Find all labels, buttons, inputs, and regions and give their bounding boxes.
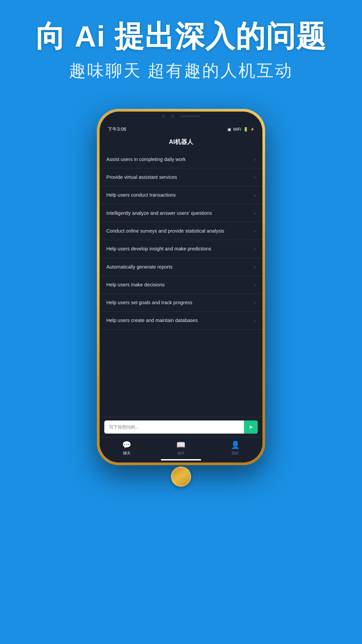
menu-item-text-7: Automatically generate reports — [106, 264, 254, 270]
input-area: ➤ — [100, 417, 262, 437]
tab-bar: 💬 聊天 📖 创作 👤 我的 — [100, 437, 262, 462]
menu-item-text-1: Assist users in completing daily work — [106, 156, 254, 163]
signal-icon: ▣ — [227, 127, 231, 132]
camera-dot-2 — [171, 115, 174, 118]
menu-item-text-6: Help users develop insight and make pred… — [106, 245, 254, 252]
phone-wrapper: 下午3:06 ▣ WiFi 🔋 ⚡ AI机器人 Assist users in … — [0, 109, 362, 465]
app-title-bar: AI机器人 — [100, 135, 262, 151]
chevron-icon-10: › — [254, 318, 256, 323]
charging-icon: ⚡ — [250, 127, 254, 131]
camera-dot — [161, 115, 165, 118]
menu-item-2[interactable]: Provide virtual assistant services › — [100, 168, 262, 186]
menu-item-1[interactable]: Assist users in completing daily work › — [100, 151, 262, 168]
hero-subtitle: 趣味聊天 超有趣的人机互动 — [13, 59, 349, 82]
chevron-icon-3: › — [254, 193, 256, 198]
status-bar: 下午3:06 ▣ WiFi 🔋 ⚡ — [100, 121, 262, 135]
chat-input[interactable] — [104, 421, 244, 433]
menu-item-10[interactable]: Help users create and maintain databases… — [100, 312, 262, 329]
menu-item-3[interactable]: Help users conduct transactions › — [100, 186, 262, 204]
chevron-icon-1: › — [254, 157, 256, 162]
hero-title: 向 Ai 提出深入的问题 — [13, 20, 349, 53]
chevron-icon-2: › — [254, 174, 256, 180]
tab-indicator — [161, 459, 201, 460]
chevron-icon-7: › — [254, 264, 256, 270]
status-icons: ▣ WiFi 🔋 ⚡ — [227, 127, 254, 132]
menu-item-6[interactable]: Help users develop insight and make pred… — [100, 240, 262, 258]
hero-section: 向 Ai 提出深入的问题 趣味聊天 超有趣的人机互动 — [0, 0, 362, 92]
menu-item-text-5: Conduct online surveys and provide stati… — [106, 228, 254, 234]
chevron-icon-4: › — [254, 210, 256, 216]
tab-mine[interactable]: 👤 我的 — [208, 441, 262, 456]
chevron-icon-9: › — [254, 300, 256, 305]
home-button[interactable] — [171, 467, 191, 487]
send-button[interactable]: ➤ — [244, 420, 258, 434]
chevron-icon-8: › — [254, 282, 256, 287]
phone-notch — [154, 112, 208, 121]
phone-device: 下午3:06 ▣ WiFi 🔋 ⚡ AI机器人 Assist users in … — [97, 109, 265, 465]
app-title: AI机器人 — [169, 138, 193, 145]
menu-item-text-8: Help users make decisions — [106, 281, 254, 288]
menu-item-text-9: Help users set goals and track progress — [106, 299, 254, 306]
menu-item-5[interactable]: Conduct online surveys and provide stati… — [100, 222, 262, 240]
menu-item-4[interactable]: Intelligently analyze and answer users' … — [100, 204, 262, 222]
tab-icon-1: 📖 — [176, 441, 185, 449]
speaker-bar — [180, 115, 201, 117]
battery-icon: 🔋 — [243, 127, 248, 132]
tab-label-2: 我的 — [231, 451, 239, 456]
send-icon: ➤ — [249, 424, 253, 430]
tab-chat[interactable]: 💬 聊天 — [100, 441, 154, 456]
menu-list: Assist users in completing daily work › … — [100, 151, 262, 417]
tab-icon-2: 👤 — [231, 441, 240, 449]
menu-item-text-2: Provide virtual assistant services — [106, 174, 254, 180]
menu-item-7[interactable]: Automatically generate reports › — [100, 258, 262, 276]
menu-item-text-4: Intelligently analyze and answer users' … — [106, 210, 254, 216]
tab-label-0: 聊天 — [123, 451, 131, 456]
chevron-icon-5: › — [254, 228, 256, 234]
input-row: ➤ — [104, 420, 258, 434]
tab-label-1: 创作 — [177, 451, 185, 456]
phone-screen: 下午3:06 ▣ WiFi 🔋 ⚡ AI机器人 Assist users in … — [100, 112, 262, 462]
status-time: 下午3:06 — [108, 126, 126, 132]
menu-item-9[interactable]: Help users set goals and track progress … — [100, 294, 262, 312]
menu-item-text-10: Help users create and maintain databases — [106, 317, 254, 324]
tab-create[interactable]: 📖 创作 — [154, 441, 208, 456]
menu-item-8[interactable]: Help users make decisions › — [100, 276, 262, 294]
tab-icon-0: 💬 — [122, 441, 131, 449]
home-button-area — [100, 462, 262, 489]
menu-item-text-3: Help users conduct transactions — [106, 192, 254, 198]
chevron-icon-6: › — [254, 246, 256, 251]
wifi-icon: WiFi — [233, 127, 241, 132]
